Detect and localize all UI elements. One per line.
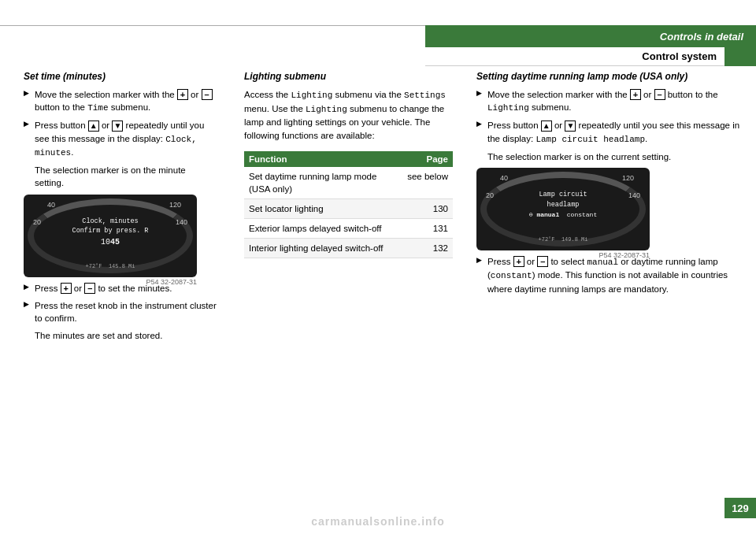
table-cell-function: Set locator lighting — [244, 198, 402, 218]
minus-button-icon: – — [202, 89, 213, 100]
plus-button-icon: + — [177, 89, 188, 100]
left-indented-note-1: The selection marker is on the minute se… — [35, 164, 217, 189]
main-content: Set time (minutes) Move the selection ma… — [0, 71, 756, 495]
table-cell-page: 130 — [402, 198, 453, 218]
plus-icon-2: + — [61, 283, 72, 294]
left-bullet-3: Press + or – to set the minutes. — [24, 282, 217, 295]
controls-label: Controls in detail — [660, 31, 743, 43]
code-lamp: Lamp circuit headlamp — [536, 135, 645, 144]
right-section-title: Setting daytime running lamp mode (USA o… — [476, 71, 744, 82]
minus-icon-r1: – — [654, 89, 665, 100]
table-row: Interior lighting delayed switch-off132 — [244, 238, 453, 258]
up-arrow-icon-r: ▲ — [541, 121, 552, 132]
control-system-bar: Control system — [425, 47, 756, 66]
right-bullet-2: Press button ▲ or ▼ repeatedly until you… — [476, 119, 744, 145]
table-row: Exterior lamps delayed switch-off131 — [244, 218, 453, 238]
speedo-num-40-2: 40 — [500, 174, 508, 182]
speedo-num-140-1: 140 — [176, 218, 187, 226]
header-bar — [0, 0, 756, 25]
code-clock: Clock, minutes — [35, 135, 197, 158]
speedo-num-20-2: 20 — [486, 191, 494, 199]
dashboard-image-2: 20 40 120 140 Lamp circuitheadlamp⊖ manu… — [476, 168, 650, 250]
speedometer-1: 20 40 120 140 Clock, minutesConfirm by p… — [24, 195, 197, 277]
speedo-num-40-1: 40 — [47, 201, 55, 209]
mid-intro-text: Access the Lighting submenu via the Set­… — [244, 88, 453, 143]
table-cell-function: Set daytime running lamp mode (USA only) — [244, 167, 402, 199]
code-lighting-2: Lighting — [306, 105, 347, 114]
functions-table: Function Page Set daytime running lamp m… — [244, 151, 453, 258]
left-indented-note-2: The minutes are set and stored. — [35, 329, 217, 342]
left-column: Set time (minutes) Move the selection ma… — [0, 71, 232, 495]
right-bullet-1: Move the selection marker with the + or … — [476, 88, 744, 114]
code-lighting-1: Lighting — [291, 91, 332, 100]
table-row: Set daytime running lamp mode (USA only)… — [244, 167, 453, 199]
left-bullet-list-2: Press + or – to set the minutes. Press t… — [24, 282, 217, 324]
up-arrow-icon: ▲ — [88, 121, 99, 132]
code-manual: manual — [587, 258, 618, 267]
right-column: Setting daytime running lamp mode (USA o… — [465, 71, 756, 495]
speedo-num-120-1: 120 — [169, 201, 181, 209]
table-row: Set locator lighting130 — [244, 198, 453, 218]
left-bullet-4: Press the reset knob in the instrument c… — [24, 299, 217, 324]
right-indented-note-1: The selection marker is on the current s… — [487, 150, 744, 163]
watermark: carmanualsonline.info — [311, 515, 445, 528]
table-cell-page: 131 — [402, 218, 453, 238]
table-header-page: Page — [402, 151, 453, 167]
right-bullet-list-2: Press + or – to select manual or daytime… — [476, 255, 744, 295]
speedometer-2: 20 40 120 140 Lamp circuitheadlamp⊖ manu… — [476, 168, 650, 250]
plus-icon-r1: + — [630, 89, 641, 100]
control-system-block — [724, 47, 756, 66]
minus-icon-r3: – — [537, 256, 548, 267]
speedo-center-2: Lamp circuitheadlamp⊖ manual constant — [529, 190, 597, 220]
left-section-title: Set time (minutes) — [24, 71, 217, 82]
code-lighting-r: Light­ing — [487, 103, 529, 113]
speedo-num-20-1: 20 — [33, 218, 41, 226]
plus-icon-r3: + — [513, 256, 524, 267]
left-bullet-list: Move the selection marker with the + or … — [24, 88, 217, 159]
speedo-bottom-1: +72°F 145.8 Mi — [85, 263, 135, 269]
right-bullet-list: Move the selection marker with the + or … — [476, 88, 744, 146]
code-settings: Set­tings — [404, 91, 446, 100]
table-cell-function: Exterior lamps delayed switch-off — [244, 218, 402, 238]
middle-column: Lighting submenu Access the Lighting sub… — [232, 71, 465, 495]
left-bullet-2: Press button ▲ or ▼ repeatedly until you… — [24, 119, 217, 159]
speedo-num-140-2: 140 — [628, 191, 640, 199]
down-arrow-icon: ▼ — [112, 121, 123, 132]
table-cell-page: 132 — [402, 238, 453, 258]
speedo-num-120-2: 120 — [622, 174, 634, 182]
down-arrow-icon-r: ▼ — [565, 121, 576, 132]
left-bullet-1: Move the selection marker with the + or … — [24, 88, 217, 114]
right-bullet-3: Press + or – to select manual or daytime… — [476, 255, 744, 295]
controls-bar: Controls in detail — [425, 25, 756, 47]
table-header-function: Function — [244, 151, 402, 167]
dashboard-image-1: 20 40 120 140 Clock, minutesConfirm by p… — [24, 195, 197, 277]
header-divider — [0, 25, 425, 26]
speedo-bottom-2: +72°F 149.8 Mi — [538, 236, 587, 243]
table-cell-function: Interior lighting delayed switch-off — [244, 238, 402, 258]
mid-section-title: Lighting submenu — [244, 71, 453, 82]
table-cell-page: see below — [402, 167, 453, 199]
minus-icon-2: – — [84, 283, 95, 294]
code-time: Time — [87, 103, 108, 113]
speedo-center-1: Clock, minutesConfirm by press. R1045 — [72, 217, 149, 249]
code-constant: constant — [491, 271, 532, 280]
page-number: 129 — [724, 498, 756, 518]
